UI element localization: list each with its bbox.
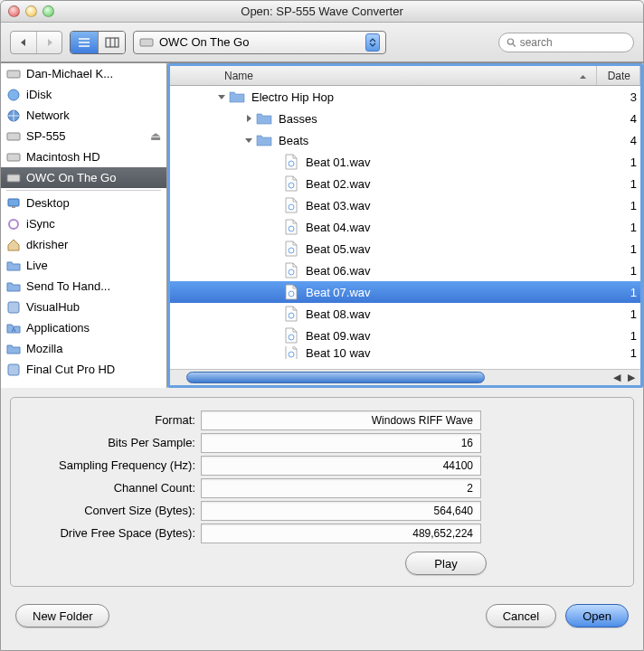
svg-rect-13 [7, 154, 20, 161]
sidebar-item-live[interactable]: Live [1, 255, 166, 276]
file-row[interactable]: Beat 09.wav1 [170, 325, 640, 346]
file-icon [282, 241, 300, 257]
svg-rect-15 [8, 199, 19, 206]
file-row[interactable]: Beat 06.wav1 [170, 259, 640, 281]
file-browser: Name Date Electro Hip Hop3Basses4Beats4B… [167, 63, 643, 388]
sidebar-item-label: Send To Hand... [26, 279, 110, 293]
sidebar-item-finalcut[interactable]: Final Cut Pro HD [1, 359, 166, 380]
play-button[interactable]: Play [405, 552, 487, 575]
back-button[interactable] [11, 32, 36, 53]
close-button[interactable] [8, 5, 20, 17]
column-date[interactable]: Date [597, 66, 640, 85]
sidebar[interactable]: Dan-Michael K...iDiskNetworkSP-555⏏Macin… [1, 63, 167, 388]
sidebar-item-label: Macintosh HD [26, 150, 100, 164]
disk-icon [139, 35, 154, 50]
disclosure-arrow-icon[interactable] [215, 92, 228, 101]
info-bits: Bits Per Sample: 16 [22, 431, 622, 454]
sidebar-item-isync[interactable]: iSync [1, 213, 166, 234]
sidebar-item-idisk[interactable]: iDisk [1, 84, 166, 105]
forward-button[interactable] [36, 32, 62, 53]
sidebar-item-label: Dan-Michael K... [26, 67, 113, 80]
hscroll-left-arrow[interactable]: ◀ [610, 371, 624, 385]
info-format: Format: Windows RIFF Wave [22, 409, 622, 431]
file-row[interactable]: Beat 02.wav1 [170, 173, 640, 194]
sidebar-item-sendto[interactable]: Send To Hand... [1, 276, 166, 297]
window-title: Open: SP-555 Wave Converter [1, 5, 643, 18]
column-name[interactable]: Name [170, 66, 597, 85]
toolbar: OWC On The Go [1, 23, 643, 62]
file-name: Beat 04.wav [306, 221, 613, 234]
svg-rect-12 [7, 133, 20, 140]
svg-rect-16 [12, 206, 15, 208]
sidebar-item-desktop[interactable]: Desktop [1, 193, 166, 213]
disclosure-arrow-icon[interactable] [242, 136, 255, 145]
sidebar-item-label: iDisk [26, 88, 52, 101]
file-row[interactable]: Beat 01.wav1 [170, 151, 640, 173]
svg-rect-9 [7, 71, 20, 78]
bits-value: 16 [201, 433, 481, 453]
search-wrap [393, 33, 634, 52]
open-dialog-window: Open: SP-555 Wave Converter OWC On The G… [0, 0, 644, 651]
file-name: Beat 02.wav [306, 177, 613, 191]
svg-rect-20 [8, 364, 19, 375]
file-date: 1 [613, 286, 640, 299]
file-name: Beat 06.wav [306, 264, 613, 278]
file-date: 1 [613, 221, 640, 234]
folder-row[interactable]: Electro Hip Hop3 [170, 86, 640, 108]
file-date: 1 [613, 199, 640, 212]
file-row[interactable]: Beat 07.wav1 [170, 281, 640, 303]
sidebar-item-applications[interactable]: AApplications [1, 317, 166, 338]
file-row[interactable]: Beat 05.wav1 [170, 238, 640, 259]
file-name: Beat 05.wav [306, 242, 613, 256]
hscroll-right-arrow[interactable]: ▶ [624, 371, 639, 385]
sidebar-item-label: Final Cut Pro HD [26, 363, 115, 376]
columns-icon [105, 37, 119, 48]
file-icon [282, 346, 300, 359]
sidebar-item-dan-michael[interactable]: Dan-Michael K... [1, 63, 166, 84]
file-name: Beat 09.wav [306, 329, 613, 343]
sidebar-item-macintosh-hd[interactable]: Macintosh HD [1, 146, 166, 167]
sort-indicator-icon [579, 70, 587, 82]
search-field[interactable] [498, 33, 634, 52]
column-view-button[interactable] [98, 32, 125, 53]
svg-point-17 [9, 220, 18, 229]
list-view-button[interactable] [71, 32, 98, 53]
cancel-button[interactable]: Cancel [486, 604, 556, 627]
list-icon [77, 37, 91, 48]
open-button[interactable]: Open [565, 604, 629, 627]
sidebar-item-label: dkrisher [26, 238, 68, 251]
zoom-button[interactable] [43, 5, 54, 17]
file-row[interactable]: Beat 08.wav1 [170, 303, 640, 325]
file-row[interactable]: Beat 10 wav1 [170, 346, 640, 359]
view-mode-group [70, 31, 126, 54]
file-name: Beat 08.wav [306, 307, 613, 321]
folder-row[interactable]: Basses4 [170, 108, 640, 129]
minimize-button[interactable] [25, 5, 37, 17]
info-size: Convert Size (Bytes): 564,640 [22, 499, 622, 522]
sidebar-item-label: SP-555 [26, 129, 65, 143]
sidebar-item-label: Network [26, 108, 70, 122]
file-list[interactable]: Electro Hip Hop3Basses4Beats4Beat 01.wav… [170, 86, 640, 369]
new-folder-button[interactable]: New Folder [15, 604, 109, 627]
file-date: 1 [613, 346, 640, 359]
file-date: 1 [613, 307, 640, 321]
folder-row[interactable]: Beats4 [170, 129, 640, 151]
file-row[interactable]: Beat 03.wav1 [170, 194, 640, 216]
file-row[interactable]: Beat 04.wav1 [170, 216, 640, 238]
horizontal-scrollbar[interactable]: ◀ ▶ [170, 369, 640, 385]
sidebar-item-visualhub[interactable]: VisualHub [1, 297, 166, 317]
disclosure-arrow-icon[interactable] [242, 114, 255, 123]
location-popup[interactable]: OWC On The Go [133, 31, 386, 54]
triangle-left-icon [19, 38, 28, 47]
sidebar-item-mozilla[interactable]: Mozilla [1, 338, 166, 359]
sidebar-item-network[interactable]: Network [1, 105, 166, 126]
search-input[interactable] [520, 36, 626, 49]
eject-icon[interactable]: ⏏ [150, 129, 161, 143]
file-icon [282, 154, 300, 170]
sidebar-item-dkrisher[interactable]: dkrisher [1, 234, 166, 255]
sidebar-item-sp555[interactable]: SP-555⏏ [1, 126, 166, 146]
sidebar-item-owc[interactable]: OWC On The Go [1, 167, 166, 188]
popup-arrows-icon [365, 33, 380, 52]
nav-group [10, 31, 62, 54]
hscroll-thumb[interactable] [186, 372, 485, 383]
